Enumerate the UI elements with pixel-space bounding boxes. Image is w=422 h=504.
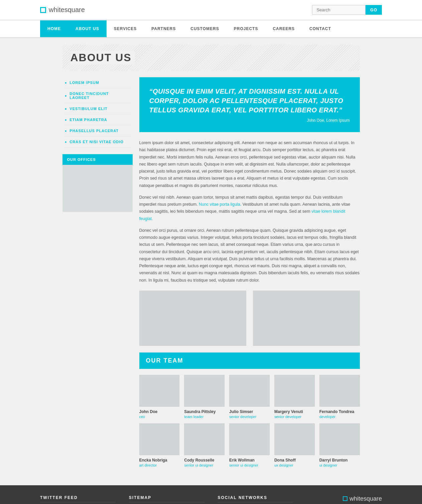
footer-sitemap-title: SITEMAP — [129, 495, 204, 502]
team-member-5: Fernando Tondrea developer — [319, 375, 360, 419]
team-photo-3 — [229, 375, 270, 407]
body-paragraph-1: Lorem ipsum dolor sit amet, consectetur … — [139, 139, 360, 189]
team-name-7: Cody Rousselle — [184, 458, 225, 463]
team-title-bar: OUR TEAM — [139, 352, 360, 369]
team-name-5: Fernando Tondrea — [319, 409, 360, 414]
sidebar-menu: LOREM IPSUM DONEC TINCIDUNT LAOREET VEST… — [62, 77, 133, 147]
search-button[interactable]: GO — [366, 5, 382, 15]
search-area: GO — [312, 5, 382, 15]
team-photo-5 — [319, 375, 360, 407]
team-name-9: Dona Shoff — [274, 458, 315, 463]
page-title: ABOUT US — [71, 51, 135, 65]
footer-twitter-title: TWITTER FEED — [40, 495, 116, 502]
content-image-2 — [253, 291, 360, 346]
offices-box — [62, 165, 133, 212]
team-role-3: senior developer — [229, 415, 270, 419]
nav-item-home[interactable]: HOME — [40, 20, 68, 37]
team-member-10: Darryl Brunton ui designer — [319, 423, 360, 467]
sidebar-link-6[interactable]: CRAS ET NISI VITAE ODIO — [62, 136, 133, 147]
offices-image — [63, 165, 132, 212]
sidebar-item-5[interactable]: PHASELLUS PLACERAT — [62, 125, 133, 136]
team-role-1: ceo — [139, 415, 180, 419]
sidebar-link-3[interactable]: VESTIBULUM ELIT — [62, 103, 133, 114]
footer-sitemap: SITEMAP Home About Services Partners Sup… — [129, 495, 204, 504]
quote-text: “QUISQUE IN ENIM VELIT, AT DIGNISSIM EST… — [149, 87, 350, 115]
sidebar-item-6[interactable]: CRAS ET NISI VITAE ODIO — [62, 136, 133, 147]
quote-block: “QUISQUE IN ENIM VELIT, AT DIGNISSIM EST… — [139, 77, 360, 132]
team-role-9: ux designer — [274, 463, 315, 467]
nav-item-services[interactable]: SERVICES — [107, 20, 144, 37]
sidebar-link-1[interactable]: LOREM IPSUM — [62, 77, 133, 88]
logo-text: whitesquare — [49, 6, 85, 14]
footer-logo-icon — [343, 496, 347, 501]
search-input[interactable] — [312, 5, 366, 15]
team-name-4: Margery Venuti — [274, 409, 315, 414]
footer-social: SOCIAL NETWORKS t f g+ V ▶ ◉ in rss — [218, 495, 293, 504]
sidebar-link-5[interactable]: PHASELLUS PLACERAT — [62, 125, 133, 136]
nav-item-careers[interactable]: CAREERS — [265, 20, 302, 37]
body-paragraph-3: Donec vel orci purus, ut ornare orci. Ae… — [139, 227, 360, 284]
team-photo-8 — [229, 423, 270, 455]
team-role-8: senior ui designer — [229, 463, 270, 467]
sidebar-item-1[interactable]: LOREM IPSUM — [62, 77, 133, 88]
team-photo-4 — [274, 375, 315, 407]
team-member-2: Saundra Pittsley team leader — [184, 375, 225, 419]
content-image-1 — [139, 291, 246, 346]
nav-item-partners[interactable]: PARTNERS — [144, 20, 183, 37]
image-row — [139, 291, 360, 346]
team-photo-2 — [184, 375, 225, 407]
team-photo-10 — [319, 423, 360, 455]
team-name-3: Julio Simser — [229, 409, 270, 414]
team-name-10: Darryl Brunton — [319, 458, 360, 463]
offices-title: OUR OFFICES — [62, 154, 133, 165]
team-role-2: team leader — [184, 415, 225, 419]
team-name-2: Saundra Pittsley — [184, 409, 225, 414]
team-member-9: Dona Shoff ux designer — [274, 423, 315, 467]
main-nav: HOME ABOUT US SERVICES PARTNERS CUSTOMER… — [0, 20, 422, 38]
team-name-6: Encka Nobriga — [139, 458, 180, 463]
nav-item-customers[interactable]: CUSTOMERS — [183, 20, 226, 37]
team-role-10: ui designer — [319, 463, 360, 467]
team-section: OUR TEAM John Doe ceo Saundra Pittsley t… — [139, 352, 360, 467]
nav-item-about[interactable]: ABOUT US — [68, 20, 107, 37]
header: whitesquare GO — [0, 0, 422, 20]
quote-author: John Doe, Lorem Ipsum — [149, 118, 350, 123]
footer-logo-col: whitesquare Copyright © 2012 Whitesquare… — [306, 495, 382, 504]
sidebar: LOREM IPSUM DONEC TINCIDUNT LAOREET VEST… — [62, 77, 133, 472]
team-name-8: Erik Wollman — [229, 458, 270, 463]
body-text: Lorem ipsum dolor sit amet, consectetur … — [139, 139, 360, 284]
footer-logo-text: whitesquare — [349, 495, 382, 502]
footer-twitter: TWITTER FEED 23 oct In ultrices pellente… — [40, 495, 116, 504]
team-member-8: Erik Wollman senior ui designer — [229, 423, 270, 467]
team-role-5: developer — [319, 415, 360, 419]
sidebar-item-2[interactable]: DONEC TINCIDUNT LAOREET — [62, 88, 133, 103]
logo: whitesquare — [40, 6, 85, 14]
sidebar-item-4[interactable]: ETIAM PHARETRA — [62, 114, 133, 125]
team-member-3: Julio Simser senior developer — [229, 375, 270, 419]
body-paragraph-2: Donec vel nisl nibh. Aenean quam tortor,… — [139, 194, 360, 222]
team-title: OUR TEAM — [146, 357, 353, 364]
team-name-1: John Doe — [139, 409, 180, 414]
team-photo-6 — [139, 423, 180, 455]
team-member-4: Margery Venuti senior developer — [274, 375, 315, 419]
nav-item-projects[interactable]: PROJECTS — [227, 20, 266, 37]
sidebar-link-2[interactable]: DONEC TINCIDUNT LAOREET — [62, 88, 133, 103]
footer-social-title: SOCIAL NETWORKS — [218, 495, 293, 502]
footer-logo: whitesquare — [306, 495, 382, 502]
team-photo-1 — [139, 375, 180, 407]
team-grid-row1: John Doe ceo Saundra Pittsley team leade… — [139, 375, 360, 419]
team-member-7: Cody Rousselle senior ui designer — [184, 423, 225, 467]
team-member-6: Encka Nobriga art director — [139, 423, 180, 467]
sidebar-item-3[interactable]: VESTIBULUM ELIT — [62, 103, 133, 114]
team-role-6: art director — [139, 463, 180, 467]
main-content: “QUISQUE IN ENIM VELIT, AT DIGNISSIM EST… — [139, 77, 360, 472]
team-member-1: John Doe ceo — [139, 375, 180, 419]
sidebar-link-4[interactable]: ETIAM PHARETRA — [62, 114, 133, 125]
team-role-7: senior ui designer — [184, 463, 225, 467]
page-container: ABOUT US LOREM IPSUM DONEC TINCIDUNT LAO… — [62, 38, 360, 485]
nav-item-contact[interactable]: CONTACT — [302, 20, 338, 37]
footer: TWITTER FEED 23 oct In ultrices pellente… — [0, 485, 422, 504]
content-layout: LOREM IPSUM DONEC TINCIDUNT LAOREET VEST… — [62, 77, 360, 472]
team-photo-7 — [184, 423, 225, 455]
page-title-bar: ABOUT US — [62, 45, 360, 71]
